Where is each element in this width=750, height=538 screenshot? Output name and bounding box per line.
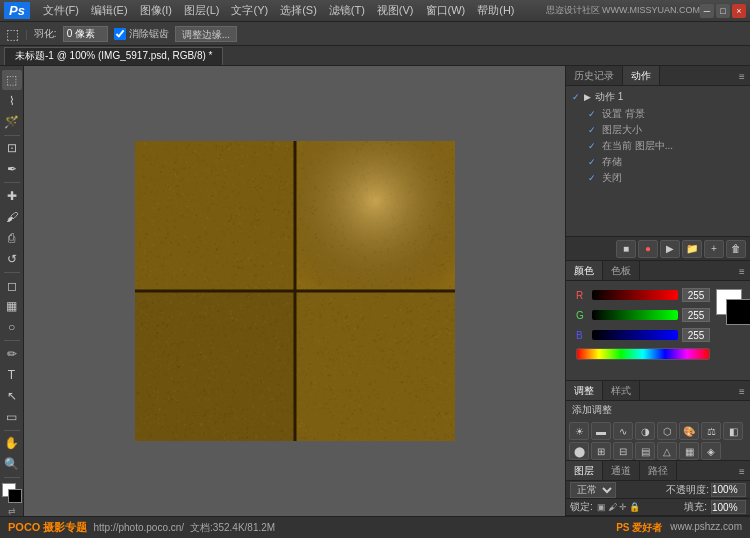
g-slider[interactable] — [592, 310, 678, 320]
layers-lock-row: 锁定: ▣ 🖌 ✛ 🔒 填充: — [566, 499, 750, 516]
delete-action-button[interactable]: 🗑 — [726, 240, 746, 258]
g-value[interactable] — [682, 308, 710, 322]
lock-all-icon[interactable]: 🔒 — [629, 502, 640, 512]
tool-crop[interactable]: ⊡ — [2, 139, 22, 159]
action-label-2: 图层大小 — [602, 123, 642, 137]
adj-channel-mixer[interactable]: ⊞ — [591, 442, 611, 460]
switch-colors-icon[interactable]: ⇄ — [8, 506, 16, 516]
tab-actions[interactable]: 动作 — [623, 66, 660, 85]
menu-view[interactable]: 视图(V) — [372, 1, 419, 20]
tool-text[interactable]: T — [2, 365, 22, 385]
opacity-input[interactable] — [711, 483, 746, 497]
adj-options-button[interactable]: ≡ — [734, 381, 750, 401]
action-item-1[interactable]: ✓ 设置 背景 — [568, 106, 748, 122]
tool-brush[interactable]: 🖌 — [2, 207, 22, 227]
antialias-checkbox[interactable] — [114, 28, 126, 40]
tool-dodge[interactable]: ○ — [2, 317, 22, 337]
tab-channels[interactable]: 通道 — [603, 461, 640, 480]
adj-curves[interactable]: ∿ — [613, 422, 633, 440]
color-spectrum[interactable] — [576, 348, 710, 360]
adj-levels[interactable]: ▬ — [591, 422, 611, 440]
adj-color-balance[interactable]: ⚖ — [701, 422, 721, 440]
stop-button[interactable]: ■ — [616, 240, 636, 258]
tool-lasso[interactable]: ⌇ — [2, 91, 22, 111]
tab-layers[interactable]: 图层 — [566, 461, 603, 480]
lock-move-icon[interactable]: ✛ — [619, 502, 627, 512]
play-button[interactable]: ▶ — [660, 240, 680, 258]
adj-hsl[interactable]: 🎨 — [679, 422, 699, 440]
b-slider[interactable] — [592, 330, 678, 340]
adj-brightness[interactable]: ☀ — [569, 422, 589, 440]
new-action-button[interactable]: 📁 — [682, 240, 702, 258]
tool-eraser[interactable]: ◻ — [2, 276, 22, 296]
adj-vibrance[interactable]: ⬡ — [657, 422, 677, 440]
fill-input[interactable] — [711, 500, 746, 514]
menu-filter[interactable]: 滤镜(T) — [324, 1, 370, 20]
document-tab[interactable]: 未标题-1 @ 100% (IMG_5917.psd, RGB/8) * — [4, 47, 223, 65]
tool-eyedropper[interactable]: ✒ — [2, 159, 22, 179]
foreground-color[interactable] — [2, 483, 22, 503]
b-value[interactable] — [682, 328, 710, 342]
background-color-preview[interactable] — [726, 299, 750, 325]
adj-gradient-map[interactable]: ▦ — [679, 442, 699, 460]
close-button[interactable]: × — [732, 4, 746, 18]
action-group-name: 动作 1 — [595, 90, 623, 104]
tool-history-brush[interactable]: ↺ — [2, 249, 22, 269]
adj-invert[interactable]: ⊟ — [613, 442, 633, 460]
tool-gradient[interactable]: ▦ — [2, 296, 22, 316]
tool-sep-2 — [4, 182, 20, 183]
action-item-5[interactable]: ✓ 关闭 — [568, 170, 748, 186]
tool-marquee[interactable]: ⬚ — [2, 70, 22, 90]
tool-pen[interactable]: ✏ — [2, 344, 22, 364]
tool-path-select[interactable]: ↖ — [2, 386, 22, 406]
action-group-header[interactable]: ✓ ▶ 动作 1 — [568, 88, 748, 106]
menu-window[interactable]: 窗口(W) — [421, 1, 471, 20]
menu-select[interactable]: 选择(S) — [275, 1, 322, 20]
tool-stamp[interactable]: ⎙ — [2, 228, 22, 248]
tab-paths[interactable]: 路径 — [640, 461, 677, 480]
adj-bw[interactable]: ◧ — [723, 422, 743, 440]
tool-wand[interactable]: 🪄 — [2, 112, 22, 132]
action-item-3[interactable]: ✓ 在当前 图层中... — [568, 138, 748, 154]
feather-label: 羽化: — [34, 27, 57, 41]
titlebar: Ps 文件(F) 编辑(E) 图像(I) 图层(L) 文字(Y) 选择(S) 滤… — [0, 0, 750, 22]
record-button[interactable]: ● — [638, 240, 658, 258]
lock-paint-icon[interactable]: 🖌 — [608, 502, 617, 512]
adj-selective-color[interactable]: ◈ — [701, 442, 721, 460]
tab-styles[interactable]: 样式 — [603, 381, 640, 400]
adj-photo-filter[interactable]: ⬤ — [569, 442, 589, 460]
color-options-button[interactable]: ≡ — [734, 261, 750, 281]
layers-options-button[interactable]: ≡ — [734, 461, 750, 481]
adj-exposure[interactable]: ◑ — [635, 422, 655, 440]
lock-transparent-icon[interactable]: ▣ — [597, 502, 606, 512]
tool-zoom[interactable]: 🔍 — [2, 454, 22, 474]
r-slider[interactable] — [592, 290, 678, 300]
panel-options-button[interactable]: ≡ — [734, 66, 750, 86]
tab-color[interactable]: 颜色 — [566, 261, 603, 280]
adj-threshold[interactable]: △ — [657, 442, 677, 460]
document-canvas[interactable] — [135, 141, 455, 441]
tool-shape[interactable]: ▭ — [2, 407, 22, 427]
tab-adjustments[interactable]: 调整 — [566, 381, 603, 400]
feather-input[interactable] — [63, 26, 108, 42]
maximize-button[interactable]: □ — [716, 4, 730, 18]
tab-history[interactable]: 历史记录 — [566, 66, 623, 85]
menu-image[interactable]: 图像(I) — [135, 1, 177, 20]
refine-edge-button[interactable]: 调整边缘... — [175, 26, 237, 42]
action-item-2[interactable]: ✓ 图层大小 — [568, 122, 748, 138]
r-value[interactable] — [682, 288, 710, 302]
menu-file[interactable]: 文件(F) — [38, 1, 84, 20]
menu-edit[interactable]: 编辑(E) — [86, 1, 133, 20]
action-item-4[interactable]: ✓ 存储 — [568, 154, 748, 170]
menu-help[interactable]: 帮助(H) — [472, 1, 519, 20]
blend-mode-select[interactable]: 正常 — [570, 482, 616, 498]
menu-layer[interactable]: 图层(L) — [179, 1, 224, 20]
minimize-button[interactable]: ─ — [700, 4, 714, 18]
adj-posterize[interactable]: ▤ — [635, 442, 655, 460]
new-action-btn[interactable]: + — [704, 240, 724, 258]
canvas-area[interactable] — [24, 66, 565, 516]
tool-heal[interactable]: ✚ — [2, 186, 22, 206]
tool-hand[interactable]: ✋ — [2, 434, 22, 454]
menu-text[interactable]: 文字(Y) — [226, 1, 273, 20]
tab-swatches[interactable]: 色板 — [603, 261, 640, 280]
